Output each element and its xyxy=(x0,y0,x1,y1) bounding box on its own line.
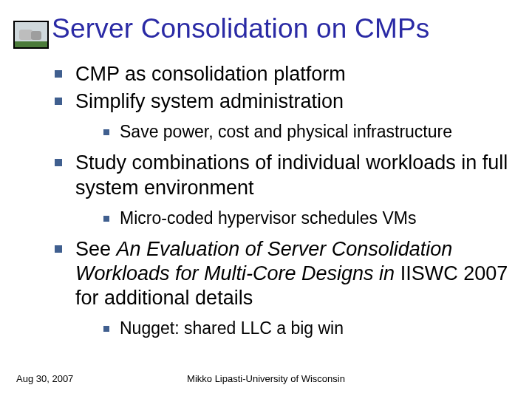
bullet-text: Study combinations of individual workloa… xyxy=(75,151,508,198)
sub-bullet-hypervisor: Micro-coded hypervisor schedules VMs xyxy=(75,208,511,230)
bullet-study-workloads: Study combinations of individual workloa… xyxy=(50,151,511,229)
slide-title: Server Consolidation on CMPs xyxy=(52,13,525,44)
bullet-text: Save power, cost and physical infrastruc… xyxy=(120,122,452,141)
sub-bullet-save-power: Save power, cost and physical infrastruc… xyxy=(75,121,511,143)
bullet-cmp-platform: CMP as consolidation platform xyxy=(50,62,511,86)
bullet-see-reference: See An Evaluation of Server Consolidatio… xyxy=(50,237,511,341)
sub-bullet-nugget: Nugget: shared LLC a big win xyxy=(75,318,511,340)
bullet-text: Nugget: shared LLC a big win xyxy=(120,318,344,338)
bullet-text: Simplify system administration xyxy=(75,90,344,112)
bullet-text: CMP as consolidation platform xyxy=(75,63,346,85)
logo-cows xyxy=(13,21,49,49)
footer-attribution: Mikko Lipasti-University of Wisconsin xyxy=(0,373,532,384)
bullet-simplify-admin: Simplify system administration Save powe… xyxy=(50,89,511,143)
slide: Server Consolidation on CMPs CMP as cons… xyxy=(0,0,532,399)
slide-content: CMP as consolidation platform Simplify s… xyxy=(50,62,511,347)
ref-pre: See xyxy=(75,238,117,260)
bullet-text: Micro-coded hypervisor schedules VMs xyxy=(120,208,416,228)
